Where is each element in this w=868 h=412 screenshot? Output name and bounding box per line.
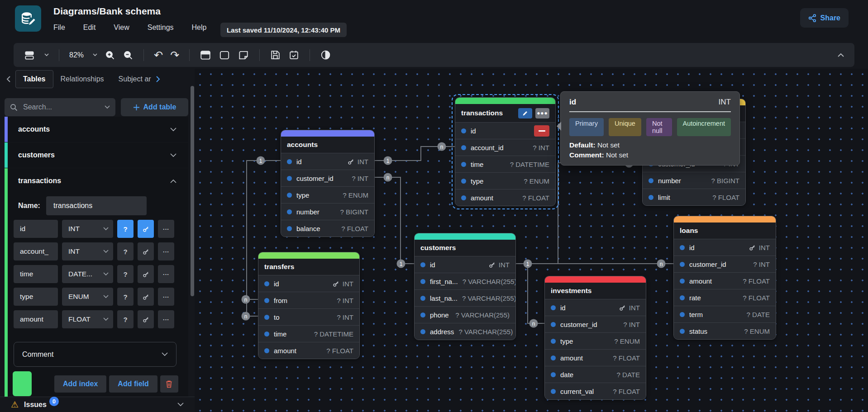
undo-button[interactable]: ↶ xyxy=(154,50,163,60)
er-table-transactions[interactable]: transactions ●●● id account_id? INT time… xyxy=(455,97,556,206)
table-field-row[interactable]: amount? FLOAT xyxy=(545,349,646,366)
table-field-row[interactable]: rate? FLOAT xyxy=(674,289,776,306)
table-field-row[interactable]: balance? FLOAT xyxy=(281,220,374,237)
table-header[interactable]: loans xyxy=(674,223,776,239)
field-type-select[interactable]: ENUM xyxy=(62,288,113,306)
diagram-canvas[interactable]: id INT PrimaryUniqueNot nullAutoincremen… xyxy=(195,69,868,412)
table-name-input[interactable]: transactions xyxy=(46,196,147,215)
table-field-row[interactable]: idINT xyxy=(674,239,776,256)
primary-key-toggle[interactable] xyxy=(138,242,154,260)
redo-button[interactable]: ↷ xyxy=(170,50,179,60)
table-field-row[interactable]: from? INT xyxy=(258,292,359,308)
table-field-row[interactable]: customer_id? INT xyxy=(281,170,374,186)
add-field-button[interactable]: Add field xyxy=(109,375,157,393)
table-field-row[interactable]: term? DATE xyxy=(674,306,776,322)
table-header[interactable]: transfers xyxy=(258,259,359,275)
table-field-row[interactable]: type? ENUM xyxy=(281,186,374,203)
delete-field-button[interactable] xyxy=(534,125,549,137)
table-field-row[interactable]: amount? FLOAT xyxy=(258,342,359,359)
table-header[interactable]: customers xyxy=(415,240,515,256)
save-button[interactable] xyxy=(270,49,281,61)
field-name-input[interactable]: amount xyxy=(14,310,58,328)
table-field-row[interactable]: time? DATETIME xyxy=(455,156,555,172)
zoom-in-button[interactable] xyxy=(105,50,115,61)
nullable-toggle[interactable]: ? xyxy=(117,265,134,283)
table-header[interactable]: accounts xyxy=(281,137,374,153)
table-field-row[interactable]: account_id? INT xyxy=(455,139,555,156)
er-table-loans[interactable]: loans idINT customer_id? INT amount? FLO… xyxy=(673,216,776,340)
menu-file[interactable]: File xyxy=(53,24,65,32)
field-name-input[interactable]: account_ xyxy=(14,242,58,260)
table-field-row[interactable]: idINT xyxy=(415,256,515,273)
field-type-select[interactable]: DATE... xyxy=(62,265,113,283)
table-field-row[interactable]: amount? FLOAT xyxy=(455,189,555,206)
accordion-item-accounts[interactable]: accounts xyxy=(5,117,188,142)
comment-collapsible[interactable]: Comment xyxy=(14,342,176,367)
tabs-scroll-left-icon[interactable] xyxy=(6,76,11,83)
nullable-toggle[interactable]: ? xyxy=(117,242,134,260)
primary-key-toggle[interactable] xyxy=(138,288,154,306)
accordion-item-transactions[interactable]: transactions xyxy=(5,168,188,194)
tab-tables[interactable]: Tables xyxy=(15,70,53,88)
nullable-toggle[interactable]: ? xyxy=(117,310,134,328)
layout-selector[interactable] xyxy=(24,49,49,61)
table-field-row[interactable]: id xyxy=(455,122,555,139)
table-field-row[interactable]: address? VARCHAR(255) xyxy=(415,323,515,340)
field-more-options-button[interactable]: ... xyxy=(158,310,174,328)
menu-help[interactable]: Help xyxy=(192,24,207,32)
add-table-button[interactable]: Add table xyxy=(121,98,188,116)
nullable-toggle[interactable]: ? xyxy=(117,220,134,238)
menu-edit[interactable]: Edit xyxy=(83,24,96,32)
field-more-options-button[interactable]: ... xyxy=(158,242,174,260)
tab-subject-areas[interactable]: Subject ar xyxy=(111,71,155,88)
collapse-toolbar-button[interactable] xyxy=(837,53,844,57)
field-name-input[interactable]: id xyxy=(14,220,58,238)
sidebar-scrollbar[interactable] xyxy=(191,86,194,296)
table-field-row[interactable]: type? ENUM xyxy=(545,332,646,349)
table-field-row[interactable]: status? ENUM xyxy=(674,322,776,339)
menu-view[interactable]: View xyxy=(114,24,129,32)
primary-key-toggle[interactable] xyxy=(138,220,154,238)
table-color-swatch[interactable] xyxy=(13,371,32,396)
commit-calendar-button[interactable] xyxy=(288,49,300,61)
table-field-row[interactable]: limit? FLOAT xyxy=(643,189,745,205)
edit-table-button[interactable] xyxy=(518,108,532,118)
search-input[interactable]: Search... xyxy=(5,98,115,116)
zoom-selector[interactable]: 82% xyxy=(69,51,97,59)
field-more-options-button[interactable]: ... xyxy=(158,288,174,306)
add-table-button[interactable] xyxy=(200,49,211,61)
table-field-row[interactable]: last_na...? VARCHAR(255) xyxy=(415,289,515,306)
table-field-row[interactable]: to? INT xyxy=(258,308,359,325)
table-field-row[interactable]: type? ENUM xyxy=(455,172,555,189)
table-field-row[interactable]: idINT xyxy=(281,153,374,170)
table-field-row[interactable]: amount? FLOAT xyxy=(674,272,776,289)
table-more-options-button[interactable]: ●●● xyxy=(535,108,549,118)
table-field-row[interactable]: idINT xyxy=(545,299,646,316)
er-table-customers[interactable]: customers idINT first_na...? VARCHAR(255… xyxy=(414,233,516,340)
accordion-item-customers[interactable]: customers xyxy=(5,142,188,168)
add-note-button[interactable] xyxy=(238,49,249,61)
field-name-input[interactable]: time xyxy=(14,265,58,283)
table-field-row[interactable]: customer_id? INT xyxy=(545,316,646,332)
table-field-row[interactable]: first_na...? VARCHAR(255) xyxy=(415,273,515,289)
field-more-options-button[interactable]: ... xyxy=(158,265,174,283)
table-field-row[interactable]: time? DATETIME xyxy=(258,325,359,342)
field-name-input[interactable]: type xyxy=(14,288,58,306)
table-field-row[interactable]: customer_id? INT xyxy=(674,256,776,272)
delete-table-button[interactable] xyxy=(160,375,178,393)
table-field-row[interactable]: idINT xyxy=(258,275,359,292)
er-table-accounts[interactable]: accounts idINT customer_id? INT type? EN… xyxy=(281,130,375,237)
field-type-select[interactable]: INT xyxy=(62,242,113,260)
er-table-transfers[interactable]: transfers idINT from? INT to? INT time? … xyxy=(258,252,360,359)
add-area-button[interactable] xyxy=(219,49,230,61)
primary-key-toggle[interactable] xyxy=(138,310,154,328)
issues-bar[interactable]: ⚠ Issues 0 xyxy=(0,397,195,412)
theme-contrast-button[interactable] xyxy=(320,49,331,61)
tab-relationships[interactable]: Relationships xyxy=(53,71,111,88)
table-field-row[interactable]: current_val? FLOAT xyxy=(545,383,646,399)
er-table-investments[interactable]: investments idINT customer_id? INT type?… xyxy=(544,276,646,400)
table-header[interactable]: investments xyxy=(545,283,646,299)
table-field-row[interactable]: number? BIGINT xyxy=(643,172,745,189)
table-field-row[interactable]: date? DATE xyxy=(545,366,646,383)
zoom-out-button[interactable] xyxy=(123,50,134,61)
